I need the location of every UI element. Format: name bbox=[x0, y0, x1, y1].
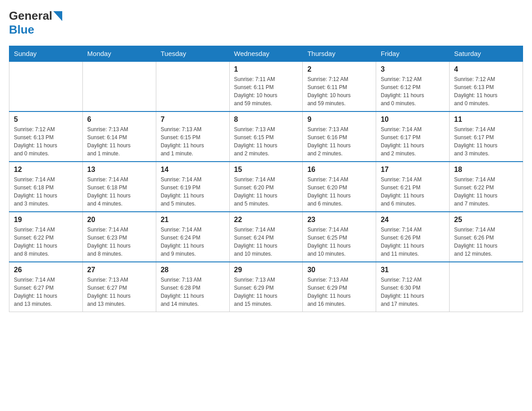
calendar-cell: 21Sunrise: 7:14 AM Sunset: 6:24 PM Dayli… bbox=[156, 212, 229, 262]
calendar-cell: 17Sunrise: 7:14 AM Sunset: 6:21 PM Dayli… bbox=[376, 162, 450, 212]
weekday-header-friday: Friday bbox=[376, 46, 450, 62]
day-number: 23 bbox=[307, 216, 371, 224]
day-info: Sunrise: 7:14 AM Sunset: 6:27 PM Dayligh… bbox=[14, 276, 78, 308]
calendar-cell: 31Sunrise: 7:12 AM Sunset: 6:30 PM Dayli… bbox=[376, 262, 450, 312]
calendar-week-4: 19Sunrise: 7:14 AM Sunset: 6:22 PM Dayli… bbox=[9, 212, 523, 262]
day-number: 2 bbox=[307, 65, 371, 73]
day-info: Sunrise: 7:13 AM Sunset: 6:29 PM Dayligh… bbox=[307, 276, 371, 308]
calendar-cell: 24Sunrise: 7:14 AM Sunset: 6:26 PM Dayli… bbox=[376, 212, 450, 262]
calendar-week-3: 12Sunrise: 7:14 AM Sunset: 6:18 PM Dayli… bbox=[9, 162, 523, 212]
calendar-cell: 20Sunrise: 7:14 AM Sunset: 6:23 PM Dayli… bbox=[82, 212, 156, 262]
day-number: 19 bbox=[14, 216, 78, 224]
day-number: 9 bbox=[307, 116, 371, 124]
weekday-header-thursday: Thursday bbox=[303, 46, 376, 62]
calendar-cell: 7Sunrise: 7:13 AM Sunset: 6:15 PM Daylig… bbox=[156, 111, 229, 162]
day-info: Sunrise: 7:14 AM Sunset: 6:25 PM Dayligh… bbox=[307, 226, 371, 258]
calendar-cell bbox=[156, 61, 229, 111]
day-number: 29 bbox=[234, 266, 298, 274]
weekday-header-monday: Monday bbox=[82, 46, 156, 62]
day-info: Sunrise: 7:11 AM Sunset: 6:11 PM Dayligh… bbox=[234, 75, 298, 107]
day-info: Sunrise: 7:14 AM Sunset: 6:18 PM Dayligh… bbox=[87, 176, 151, 208]
day-info: Sunrise: 7:14 AM Sunset: 6:26 PM Dayligh… bbox=[381, 226, 445, 258]
day-number: 12 bbox=[14, 166, 78, 174]
day-number: 5 bbox=[14, 116, 78, 124]
day-info: Sunrise: 7:12 AM Sunset: 6:11 PM Dayligh… bbox=[307, 75, 371, 107]
day-info: Sunrise: 7:14 AM Sunset: 6:17 PM Dayligh… bbox=[381, 125, 445, 158]
calendar-cell: 27Sunrise: 7:13 AM Sunset: 6:27 PM Dayli… bbox=[82, 262, 156, 312]
day-info: Sunrise: 7:12 AM Sunset: 6:30 PM Dayligh… bbox=[381, 276, 445, 308]
calendar-cell: 2Sunrise: 7:12 AM Sunset: 6:11 PM Daylig… bbox=[303, 61, 376, 111]
day-info: Sunrise: 7:14 AM Sunset: 6:20 PM Dayligh… bbox=[307, 176, 371, 208]
day-info: Sunrise: 7:14 AM Sunset: 6:17 PM Dayligh… bbox=[454, 125, 518, 158]
day-number: 14 bbox=[161, 166, 225, 174]
day-number: 7 bbox=[161, 116, 225, 124]
calendar-cell: 8Sunrise: 7:13 AM Sunset: 6:15 PM Daylig… bbox=[229, 111, 303, 162]
day-info: Sunrise: 7:14 AM Sunset: 6:21 PM Dayligh… bbox=[381, 176, 445, 208]
calendar-cell: 14Sunrise: 7:14 AM Sunset: 6:19 PM Dayli… bbox=[156, 162, 229, 212]
day-number: 31 bbox=[381, 266, 445, 274]
day-info: Sunrise: 7:13 AM Sunset: 6:27 PM Dayligh… bbox=[87, 276, 151, 308]
calendar-cell: 15Sunrise: 7:14 AM Sunset: 6:20 PM Dayli… bbox=[229, 162, 303, 212]
weekday-header-sunday: Sunday bbox=[9, 46, 83, 62]
calendar-cell: 6Sunrise: 7:13 AM Sunset: 6:14 PM Daylig… bbox=[82, 111, 156, 162]
day-number: 16 bbox=[307, 166, 371, 174]
day-number: 21 bbox=[161, 216, 225, 224]
calendar-cell: 30Sunrise: 7:13 AM Sunset: 6:29 PM Dayli… bbox=[303, 262, 376, 312]
day-info: Sunrise: 7:13 AM Sunset: 6:28 PM Dayligh… bbox=[161, 276, 225, 308]
day-number: 13 bbox=[87, 166, 151, 174]
day-number: 27 bbox=[87, 266, 151, 274]
day-info: Sunrise: 7:12 AM Sunset: 6:13 PM Dayligh… bbox=[14, 125, 78, 158]
day-number: 25 bbox=[454, 216, 518, 224]
calendar-cell: 1Sunrise: 7:11 AM Sunset: 6:11 PM Daylig… bbox=[229, 61, 303, 111]
calendar-cell: 19Sunrise: 7:14 AM Sunset: 6:22 PM Dayli… bbox=[9, 212, 83, 262]
calendar-cell: 12Sunrise: 7:14 AM Sunset: 6:18 PM Dayli… bbox=[9, 162, 83, 212]
calendar-table: SundayMondayTuesdayWednesdayThursdayFrid… bbox=[9, 46, 523, 312]
day-number: 22 bbox=[234, 216, 298, 224]
calendar-cell bbox=[82, 61, 156, 111]
calendar-header: SundayMondayTuesdayWednesdayThursdayFrid… bbox=[9, 46, 523, 62]
calendar-cell: 28Sunrise: 7:13 AM Sunset: 6:28 PM Dayli… bbox=[156, 262, 229, 312]
calendar-week-5: 26Sunrise: 7:14 AM Sunset: 6:27 PM Dayli… bbox=[9, 262, 523, 312]
weekday-header-saturday: Saturday bbox=[450, 46, 523, 62]
calendar-cell: 29Sunrise: 7:13 AM Sunset: 6:29 PM Dayli… bbox=[229, 262, 303, 312]
day-number: 28 bbox=[161, 266, 225, 274]
day-number: 3 bbox=[381, 65, 445, 73]
day-number: 10 bbox=[381, 116, 445, 124]
day-info: Sunrise: 7:13 AM Sunset: 6:16 PM Dayligh… bbox=[307, 125, 371, 158]
weekday-header-wednesday: Wednesday bbox=[229, 46, 303, 62]
day-number: 4 bbox=[454, 65, 518, 73]
weekday-header-tuesday: Tuesday bbox=[156, 46, 229, 62]
day-info: Sunrise: 7:14 AM Sunset: 6:24 PM Dayligh… bbox=[161, 226, 225, 258]
calendar-cell: 9Sunrise: 7:13 AM Sunset: 6:16 PM Daylig… bbox=[303, 111, 376, 162]
calendar-cell: 26Sunrise: 7:14 AM Sunset: 6:27 PM Dayli… bbox=[9, 262, 83, 312]
calendar-cell: 25Sunrise: 7:14 AM Sunset: 6:26 PM Dayli… bbox=[450, 212, 523, 262]
day-info: Sunrise: 7:13 AM Sunset: 6:15 PM Dayligh… bbox=[161, 125, 225, 158]
calendar-cell: 16Sunrise: 7:14 AM Sunset: 6:20 PM Dayli… bbox=[303, 162, 376, 212]
day-number: 17 bbox=[381, 166, 445, 174]
day-info: Sunrise: 7:14 AM Sunset: 6:18 PM Dayligh… bbox=[14, 176, 78, 208]
day-info: Sunrise: 7:12 AM Sunset: 6:12 PM Dayligh… bbox=[381, 75, 445, 107]
day-info: Sunrise: 7:12 AM Sunset: 6:13 PM Dayligh… bbox=[454, 75, 518, 107]
calendar-cell: 23Sunrise: 7:14 AM Sunset: 6:25 PM Dayli… bbox=[303, 212, 376, 262]
day-info: Sunrise: 7:14 AM Sunset: 6:22 PM Dayligh… bbox=[14, 226, 78, 258]
day-number: 11 bbox=[454, 116, 518, 124]
calendar-cell: 10Sunrise: 7:14 AM Sunset: 6:17 PM Dayli… bbox=[376, 111, 450, 162]
day-number: 1 bbox=[234, 65, 298, 73]
day-number: 8 bbox=[234, 116, 298, 124]
day-info: Sunrise: 7:14 AM Sunset: 6:22 PM Dayligh… bbox=[454, 176, 518, 208]
calendar-week-1: 1Sunrise: 7:11 AM Sunset: 6:11 PM Daylig… bbox=[9, 61, 523, 111]
day-number: 18 bbox=[454, 166, 518, 174]
day-number: 15 bbox=[234, 166, 298, 174]
day-info: Sunrise: 7:14 AM Sunset: 6:26 PM Dayligh… bbox=[454, 226, 518, 258]
calendar-cell: 22Sunrise: 7:14 AM Sunset: 6:24 PM Dayli… bbox=[229, 212, 303, 262]
calendar-week-2: 5Sunrise: 7:12 AM Sunset: 6:13 PM Daylig… bbox=[9, 111, 523, 162]
calendar-cell bbox=[450, 262, 523, 312]
page-header: GeneralBlue bbox=[9, 9, 523, 37]
day-number: 30 bbox=[307, 266, 371, 274]
day-info: Sunrise: 7:14 AM Sunset: 6:19 PM Dayligh… bbox=[161, 176, 225, 208]
logo: GeneralBlue bbox=[9, 9, 62, 37]
day-info: Sunrise: 7:14 AM Sunset: 6:24 PM Dayligh… bbox=[234, 226, 298, 258]
calendar-cell: 5Sunrise: 7:12 AM Sunset: 6:13 PM Daylig… bbox=[9, 111, 83, 162]
day-number: 20 bbox=[87, 216, 151, 224]
svg-marker-0 bbox=[53, 11, 62, 21]
